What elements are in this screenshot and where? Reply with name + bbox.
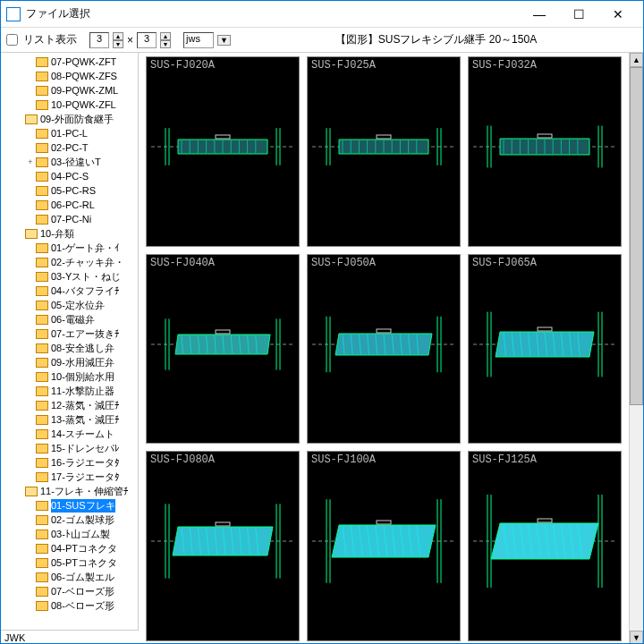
- thumbnail[interactable]: SUS-FJ032A: [468, 56, 622, 247]
- thumbnail[interactable]: SUS-FJ080A: [146, 451, 300, 641]
- tree-label: 09-水用減圧弁: [51, 356, 114, 369]
- tree-label: 13-蒸気・減圧ﾁ: [51, 413, 120, 427]
- tree-label: 05-PC-RS: [51, 185, 96, 196]
- scroll-up-icon[interactable]: ▲: [630, 53, 643, 67]
- tree-label: 01-SUSフレキ: [51, 499, 115, 513]
- tree-node[interactable]: 10-PQWK-ZFL: [1, 97, 138, 112]
- tree-node[interactable]: 05-定水位弁: [1, 298, 138, 312]
- folder-icon: [36, 558, 48, 568]
- scroll-down-icon[interactable]: ▼: [630, 631, 643, 644]
- tree-label: 10-PQWK-ZFL: [51, 99, 116, 110]
- thumbnail[interactable]: SUS-FJ025A: [307, 56, 461, 247]
- tree-label: 16-ラジエータﾀ: [51, 456, 120, 470]
- list-view-checkbox[interactable]: [6, 34, 18, 46]
- svg-marker-86: [496, 332, 594, 357]
- folder-icon: [36, 401, 48, 411]
- tree-node[interactable]: 03-ﾄ山ゴム製: [1, 527, 138, 541]
- ext-select[interactable]: jws: [183, 32, 214, 48]
- tree-label: 04-PC-S: [51, 171, 89, 182]
- rows-input[interactable]: 3: [137, 32, 157, 48]
- svg-rect-16: [216, 135, 230, 139]
- close-button[interactable]: ✕: [598, 2, 638, 27]
- folder-icon: [36, 444, 48, 453]
- tree-node[interactable]: 01-PC-L: [1, 126, 138, 140]
- svg-marker-120: [332, 525, 436, 557]
- thumbnail[interactable]: SUS-FJ125A: [468, 451, 622, 641]
- vertical-scrollbar[interactable]: ▲ ▼: [629, 53, 643, 644]
- folder-icon: [36, 72, 48, 81]
- folder-tree[interactable]: 07-PQWK-ZFT08-PQWK-ZFS09-PQWK-ZML10-PQWK…: [1, 53, 139, 630]
- tree-node[interactable]: 12-蒸気・減圧ﾁ: [1, 398, 138, 412]
- tree-node[interactable]: 02-PC-T: [1, 140, 138, 155]
- folder-icon: [36, 143, 48, 153]
- folder-icon: [36, 186, 48, 196]
- thumbnail[interactable]: SUS-FJ050A: [307, 254, 461, 445]
- tree-node[interactable]: 07-PC-Ni: [1, 212, 138, 226]
- tree-node[interactable]: 05-PTコネクタ: [1, 555, 138, 570]
- tree-label: 03-ﾄ山ゴム製: [51, 528, 110, 541]
- tree-label: 04-バタフライﾁ: [51, 284, 120, 298]
- tree-node[interactable]: 07-PQWK-ZFT: [1, 55, 138, 69]
- tree-node[interactable]: 09-水用減圧弁: [1, 355, 138, 369]
- thumbnail[interactable]: SUS-FJ065A: [468, 254, 622, 445]
- folder-icon: [36, 343, 48, 353]
- tree-node[interactable]: +03-径違いT: [1, 155, 138, 169]
- tree-node[interactable]: 04-PC-S: [1, 169, 138, 183]
- rows-spinner[interactable]: ▲▼: [160, 32, 171, 48]
- maximize-button[interactable]: ☐: [559, 2, 598, 27]
- tree-node[interactable]: 11-フレキ・伸縮管ﾁ: [1, 484, 138, 498]
- tree-node[interactable]: 04-PTコネクタ: [1, 541, 138, 555]
- svg-rect-50: [538, 134, 552, 138]
- tree-node[interactable]: 01-ゲート弁・ｲ: [1, 241, 138, 255]
- tree-node[interactable]: 03-Yスト・ねじ: [1, 269, 138, 284]
- thumbnail[interactable]: SUS-FJ020A: [146, 56, 300, 247]
- svg-marker-137: [491, 523, 598, 559]
- tree-node[interactable]: 02-チャッキ弁・: [1, 255, 138, 269]
- cols-spinner[interactable]: ▲▼: [113, 32, 123, 48]
- folder-icon: [25, 487, 38, 496]
- scroll-thumb[interactable]: [630, 67, 643, 405]
- preview-header: 【図形】SUSフレキシブル継手 20～150A: [234, 32, 638, 47]
- thumbnail-label: SUS-FJ050A: [308, 255, 460, 271]
- tree-node[interactable]: 05-PC-RS: [1, 183, 138, 198]
- tree-label: 09-外面防食継手: [40, 113, 114, 126]
- tree-node[interactable]: 09-外面防食継手: [1, 112, 138, 126]
- tree-node[interactable]: 10-弁類: [1, 226, 138, 241]
- expand-icon[interactable]: +: [26, 157, 35, 166]
- tree-node[interactable]: 08-安全逃し弁: [1, 341, 138, 355]
- folder-icon: [36, 530, 48, 539]
- tree-node[interactable]: 09-PQWK-ZML: [1, 83, 138, 97]
- tree-node[interactable]: 01-SUSフレキ: [1, 498, 138, 513]
- folder-icon: [36, 258, 48, 267]
- tree-node[interactable]: 07-エアー抜きﾁ: [1, 326, 138, 341]
- tree-node[interactable]: 13-蒸気・減圧ﾁ: [1, 412, 138, 427]
- tree-node[interactable]: 10-個別給水用: [1, 369, 138, 384]
- tree-label: 10-個別給水用: [51, 370, 114, 384]
- tree-node[interactable]: 11-水撃防止器: [1, 384, 138, 398]
- tree-node[interactable]: 08-ベローズ形: [1, 598, 138, 613]
- svg-rect-152: [538, 519, 552, 522]
- tree-node[interactable]: 06-PC-RL: [1, 198, 138, 212]
- tree-node[interactable]: 06-ゴム製エル: [1, 570, 138, 584]
- tree-node[interactable]: 04-バタフライﾁ: [1, 284, 138, 298]
- tree-node[interactable]: 17-ラジエータﾀ: [1, 470, 138, 484]
- thumbnail[interactable]: SUS-FJ100A: [307, 451, 461, 641]
- thumbnail-grid: SUS-FJ020ASUS-FJ025ASUS-FJ032ASUS-FJ040A…: [139, 53, 629, 644]
- folder-icon: [36, 243, 48, 253]
- tree-node[interactable]: 07-ベローズ形: [1, 584, 138, 598]
- folder-icon: [25, 114, 38, 124]
- folder-icon: [36, 587, 48, 597]
- thumbnail[interactable]: SUS-FJ040A: [146, 254, 300, 445]
- tree-node[interactable]: 02-ゴム製球形: [1, 513, 138, 527]
- tree-node[interactable]: 08-PQWK-ZFS: [1, 69, 138, 83]
- tree-node[interactable]: 16-ラジエータﾀ: [1, 455, 138, 470]
- ext-dropdown-icon[interactable]: ▼: [217, 35, 231, 46]
- times-label: ×: [127, 34, 133, 47]
- tree-label: 03-径違いT: [51, 156, 101, 169]
- tree-node[interactable]: 06-電磁弁: [1, 312, 138, 326]
- tree-node[interactable]: 14-スチームト: [1, 427, 138, 441]
- minimize-button[interactable]: —: [520, 2, 559, 27]
- tree-label: 17-ラジエータﾀ: [51, 470, 120, 484]
- cols-input[interactable]: 3: [89, 32, 109, 48]
- tree-node[interactable]: 15-ドレンセパﾚ: [1, 441, 138, 455]
